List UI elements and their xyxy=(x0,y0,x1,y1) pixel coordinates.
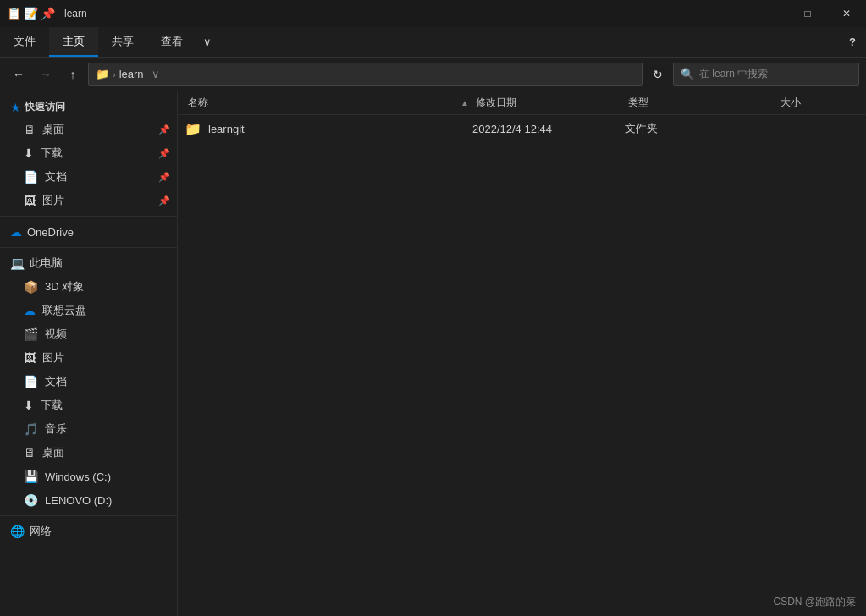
sidebar-item-thispc[interactable]: 💻 此电脑 xyxy=(0,251,177,275)
desktop-label: 桌面 xyxy=(42,445,170,460)
sidebar-item-videos[interactable]: 🎬 视频 xyxy=(0,322,177,346)
watermark: CSDN @跑路的菜 xyxy=(773,595,856,609)
file-cell-type-learngit: 文件夹 xyxy=(625,121,777,136)
address-separator: › xyxy=(113,69,116,80)
sidebar-item-desktop-quick[interactable]: 🖥 桌面 📌 xyxy=(0,118,177,141)
tab-view[interactable]: 查看 xyxy=(147,27,196,57)
desktop-quick-icon: 🖥 xyxy=(24,123,36,136)
title-bar-controls: ─ □ ✕ xyxy=(749,0,866,27)
sidebar-item-downloads[interactable]: ⬇ 下载 xyxy=(0,393,177,417)
address-path: learn xyxy=(119,68,144,80)
documents-icon: 📄 xyxy=(24,375,38,388)
sidebar-item-documents[interactable]: 📄 文档 xyxy=(0,370,177,393)
desktop-icon: 🖥 xyxy=(24,446,36,459)
sidebar-item-docs-quick[interactable]: 📄 文档 📌 xyxy=(0,165,177,189)
videos-icon: 🎬 xyxy=(24,327,38,341)
pin-icon-pictures: 📌 xyxy=(158,195,170,206)
folder-icon-learngit: 📁 xyxy=(185,121,201,137)
lenovo-d-label: LENOVO (D:) xyxy=(45,494,170,507)
pictures-label: 图片 xyxy=(42,350,170,366)
ribbon: 文件 主页 共享 查看 ∨ ? xyxy=(0,27,866,58)
sidebar-item-lenovo-cloud[interactable]: ☁ 联想云盘 xyxy=(0,299,177,322)
sidebar-item-download-quick[interactable]: ⬇ 下载 📌 xyxy=(0,141,177,165)
sidebar: ★ 快速访问 🖥 桌面 📌 ⬇ 下载 📌 📄 文档 📌 🖼 图片 📌 ☁ One… xyxy=(0,91,178,616)
col-type-header[interactable]: 类型 xyxy=(625,96,777,110)
music-label: 音乐 xyxy=(45,421,170,437)
sidebar-item-pictures[interactable]: 🖼 图片 xyxy=(0,346,177,370)
col-size-header[interactable]: 大小 xyxy=(777,96,859,110)
address-refresh-button[interactable]: ↻ xyxy=(646,63,670,86)
download-quick-label: 下载 xyxy=(41,146,152,161)
thispc-icon: 💻 xyxy=(10,256,25,270)
sidebar-item-pictures-quick[interactable]: 🖼 图片 📌 xyxy=(0,189,177,212)
address-bar: ← → ↑ 📁 › learn ∨ ↻ 🔍 在 learn 中搜索 xyxy=(0,58,866,91)
ribbon-help[interactable]: ? xyxy=(839,27,866,57)
pictures-quick-icon: 🖼 xyxy=(24,194,36,207)
sidebar-item-windows-c[interactable]: 💾 Windows (C:) xyxy=(0,465,177,488)
address-folder-icon: 📁 xyxy=(96,68,109,80)
file-row-learngit[interactable]: 📁 learngit 2022/12/4 12:44 文件夹 xyxy=(178,115,866,142)
desktop-quick-label: 桌面 xyxy=(42,122,152,137)
sidebar-item-music[interactable]: 🎵 音乐 xyxy=(0,417,177,441)
search-box[interactable]: 🔍 在 learn 中搜索 xyxy=(673,63,859,86)
close-button[interactable]: ✕ xyxy=(827,0,866,27)
sidebar-item-onedrive[interactable]: ☁ OneDrive xyxy=(0,220,177,244)
pin-icon-docs: 📌 xyxy=(158,172,170,183)
column-header: 名称 ▲ 修改日期 类型 大小 xyxy=(178,91,866,115)
downloads-icon: ⬇ xyxy=(24,399,34,412)
up-button[interactable]: ↑ xyxy=(61,63,85,86)
title-bar-title: learn xyxy=(61,8,749,19)
tab-file[interactable]: 文件 xyxy=(0,27,49,57)
forward-button[interactable]: → xyxy=(34,63,58,86)
star-icon: ★ xyxy=(10,101,21,114)
back-button[interactable]: ← xyxy=(7,63,30,86)
network-label: 网络 xyxy=(30,524,52,539)
maximize-button[interactable]: □ xyxy=(788,0,827,27)
col-date-header[interactable]: 修改日期 xyxy=(472,96,625,110)
downloads-label: 下载 xyxy=(41,398,170,413)
sort-arrow-icon: ▲ xyxy=(461,98,469,107)
title-bar-app-icons: 📋 📝 📌 xyxy=(7,7,54,20)
file-cell-date-learngit: 2022/12/4 12:44 xyxy=(472,123,625,135)
file-list: 名称 ▲ 修改日期 类型 大小 📁 learngit 2022/12/4 12:… xyxy=(178,91,866,616)
sidebar-item-desktop[interactable]: 🖥 桌面 xyxy=(0,441,177,465)
ribbon-expand[interactable]: ∨ xyxy=(196,27,218,57)
minimize-button[interactable]: ─ xyxy=(749,0,788,27)
3dobjects-icon: 📦 xyxy=(24,280,38,294)
divider-3 xyxy=(0,515,177,516)
sidebar-item-network[interactable]: 🌐 网络 xyxy=(0,520,177,543)
sidebar-item-3dobjects[interactable]: 📦 3D 对象 xyxy=(0,275,177,299)
network-icon: 🌐 xyxy=(10,525,25,538)
tab-home[interactable]: 主页 xyxy=(49,27,98,57)
address-input[interactable]: 📁 › learn ∨ xyxy=(88,63,643,86)
app-icon-3: 📌 xyxy=(41,7,54,20)
address-dropdown-icon[interactable]: ∨ xyxy=(147,68,164,80)
windows-c-label: Windows (C:) xyxy=(45,470,170,483)
docs-quick-icon: 📄 xyxy=(24,170,38,184)
sidebar-section-quick-access[interactable]: ★ 快速访问 xyxy=(0,95,177,118)
sidebar-item-lenovo-d[interactable]: 💿 LENOVO (D:) xyxy=(0,488,177,512)
documents-label: 文档 xyxy=(45,374,170,389)
search-icon: 🔍 xyxy=(681,68,694,80)
videos-label: 视频 xyxy=(45,327,170,342)
main-area: ★ 快速访问 🖥 桌面 📌 ⬇ 下载 📌 📄 文档 📌 🖼 图片 📌 ☁ One… xyxy=(0,91,866,616)
divider-1 xyxy=(0,216,177,217)
divider-2 xyxy=(0,247,177,248)
onedrive-label: OneDrive xyxy=(27,226,74,239)
music-icon: 🎵 xyxy=(24,422,38,436)
lenovo-cloud-label: 联想云盘 xyxy=(42,303,170,318)
windows-c-icon: 💾 xyxy=(24,470,38,483)
lenovo-cloud-icon: ☁ xyxy=(24,304,36,317)
pictures-quick-label: 图片 xyxy=(42,193,152,208)
pictures-icon: 🖼 xyxy=(24,351,36,365)
pin-icon-download: 📌 xyxy=(158,148,170,159)
download-quick-icon: ⬇ xyxy=(24,146,34,160)
onedrive-icon: ☁ xyxy=(10,225,22,239)
app-icon-1: 📋 xyxy=(7,7,20,20)
lenovo-d-icon: 💿 xyxy=(24,493,38,507)
search-placeholder: 在 learn 中搜索 xyxy=(699,67,768,81)
col-name-header[interactable]: 名称 ▲ xyxy=(185,96,472,110)
title-bar: 📋 📝 📌 learn ─ □ ✕ xyxy=(0,0,866,27)
tab-share[interactable]: 共享 xyxy=(98,27,147,57)
thispc-label: 此电脑 xyxy=(30,256,63,271)
